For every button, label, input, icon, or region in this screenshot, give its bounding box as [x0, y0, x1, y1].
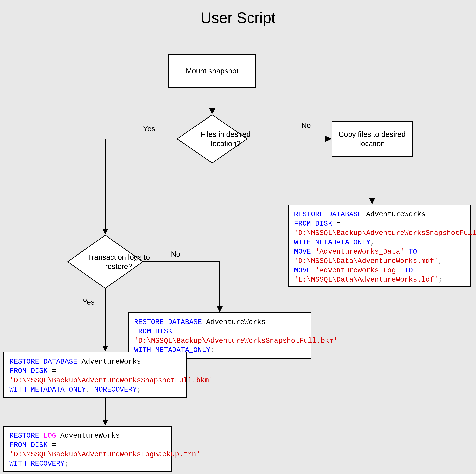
- edge-label-no: No: [171, 250, 180, 258]
- code-token: ;: [65, 460, 69, 468]
- code-token: 'AdventureWorks_Log': [311, 267, 400, 274]
- code-token: METADATA_ONLY: [26, 386, 86, 394]
- decision-txn-logs: Transaction logs to restore?: [67, 235, 143, 289]
- code-restore-norecovery: RESTORE DATABASE AdventureWorks FROM DIS…: [3, 352, 187, 398]
- code-token: ;: [438, 276, 442, 284]
- code-token: 'AdventureWorks_Data': [311, 248, 405, 256]
- code-token: ,: [86, 386, 90, 394]
- code-token: =: [172, 327, 181, 336]
- code-restore-metadata-only: RESTORE DATABASE AdventureWorks FROM DIS…: [128, 312, 311, 358]
- edge-label-yes: Yes: [143, 125, 155, 133]
- code-token: NORECOVERY: [90, 386, 137, 394]
- code-token: LOG: [39, 432, 56, 440]
- code-token: ,: [438, 257, 442, 265]
- code-token: FROM DISK: [134, 327, 172, 336]
- code-restore-move: RESTORE DATABASE AdventureWorks FROM DIS…: [288, 204, 471, 287]
- code-token: 'D:\MSSQL\Backup\AdventureWorksLogBackup…: [9, 450, 200, 458]
- code-token: RESTORE DATABASE: [294, 210, 362, 219]
- code-token: =: [332, 220, 341, 228]
- code-token: =: [48, 367, 56, 375]
- code-token: FROM DISK: [9, 367, 48, 375]
- code-token: AdventureWorks: [362, 210, 425, 219]
- code-token: 'L:\MSSQL\Data\AdventureWorks.ldf': [294, 276, 438, 284]
- decision-files-in-location: Files in desired location?: [177, 115, 248, 163]
- edge-label-no: No: [301, 121, 311, 130]
- code-token: ;: [210, 346, 215, 354]
- code-token: =: [48, 441, 56, 449]
- code-token: TO: [400, 267, 413, 274]
- decision-label: Files in desired location?: [177, 130, 274, 148]
- code-token: 'D:\MSSQL\Backup\AdventureWorksSnapshotF…: [294, 229, 476, 237]
- code-token: WITH: [9, 460, 26, 468]
- code-token: TO: [404, 248, 417, 256]
- code-token: RESTORE DATABASE: [9, 358, 77, 366]
- code-token: MOVE: [294, 248, 311, 256]
- code-restore-log: RESTORE LOG AdventureWorks FROM DISK = '…: [3, 426, 172, 472]
- node-label: Copy files to desired location: [336, 130, 408, 148]
- code-token: AdventureWorks: [56, 432, 120, 440]
- code-token: FROM DISK: [294, 220, 332, 228]
- flowchart-canvas: User Script Mount snapshot Files in desi…: [0, 0, 476, 474]
- code-token: METADATA_ONLY: [311, 238, 371, 246]
- code-token: RESTORE: [9, 432, 39, 440]
- code-token: MOVE: [294, 267, 311, 274]
- node-copy-files: Copy files to desired location: [332, 121, 412, 156]
- code-token: AdventureWorks: [202, 318, 266, 326]
- code-token: 'D:\MSSQL\Backup\AdventureWorksSnapshotF…: [9, 376, 213, 385]
- edge-label-yes: Yes: [83, 298, 95, 306]
- diagram-title: User Script: [0, 9, 476, 27]
- code-token: AdventureWorks: [77, 358, 141, 366]
- code-token: FROM DISK: [9, 441, 48, 449]
- decision-label: Transaction logs to restore?: [67, 253, 170, 271]
- code-token: WITH: [294, 238, 311, 246]
- node-label: Mount snapshot: [186, 66, 238, 75]
- code-token: 'D:\MSSQL\Data\AdventureWorks.mdf': [294, 257, 438, 265]
- code-token: ;: [137, 386, 141, 394]
- code-token: ,: [371, 238, 375, 246]
- code-token: RECOVERY: [26, 460, 65, 468]
- node-mount-snapshot: Mount snapshot: [168, 54, 256, 87]
- code-token: 'D:\MSSQL\Backup\AdventureWorksSnapshotF…: [134, 337, 338, 345]
- code-token: RESTORE DATABASE: [134, 318, 202, 326]
- code-token: WITH: [9, 386, 26, 394]
